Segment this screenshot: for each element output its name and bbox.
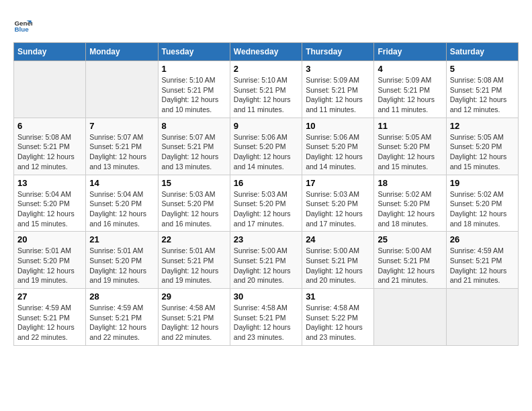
day-info: Sunrise: 4:59 AMSunset: 5:21 PMDaylight:… [89, 303, 154, 342]
day-number: 28 [89, 291, 154, 302]
day-info: Sunrise: 5:02 AMSunset: 5:20 PMDaylight:… [378, 189, 442, 229]
day-info: Sunrise: 5:04 AMSunset: 5:20 PMDaylight:… [89, 189, 154, 229]
day-info: Sunrise: 4:58 AMSunset: 5:21 PMDaylight:… [162, 303, 226, 342]
day-number: 6 [17, 121, 82, 131]
day-info: Sunrise: 5:10 AMSunset: 5:21 PMDaylight:… [234, 75, 298, 115]
calendar-cell [446, 289, 518, 346]
calendar-cell: 1 Sunrise: 5:10 AMSunset: 5:21 PMDayligh… [158, 61, 230, 118]
calendar-cell: 21 Sunrise: 5:01 AMSunset: 5:20 PMDaylig… [86, 232, 158, 289]
calendar-cell: 17 Sunrise: 5:03 AMSunset: 5:20 PMDaylig… [302, 175, 374, 232]
calendar-body: 1 Sunrise: 5:10 AMSunset: 5:21 PMDayligh… [14, 61, 519, 346]
day-info: Sunrise: 5:08 AMSunset: 5:21 PMDaylight:… [17, 132, 82, 172]
calendar-cell: 7 Sunrise: 5:07 AMSunset: 5:21 PMDayligh… [86, 118, 158, 175]
calendar-cell: 15 Sunrise: 5:03 AMSunset: 5:20 PMDaylig… [158, 175, 230, 232]
day-number: 27 [17, 291, 82, 302]
calendar-cell: 11 Sunrise: 5:05 AMSunset: 5:20 PMDaylig… [374, 118, 446, 175]
calendar-cell: 26 Sunrise: 4:59 AMSunset: 5:21 PMDaylig… [446, 232, 518, 289]
day-number: 29 [162, 291, 226, 302]
day-number: 19 [450, 178, 515, 188]
calendar-week-1: 1 Sunrise: 5:10 AMSunset: 5:21 PMDayligh… [14, 61, 519, 118]
calendar-cell: 14 Sunrise: 5:04 AMSunset: 5:20 PMDaylig… [86, 175, 158, 232]
calendar-cell [14, 61, 86, 118]
day-number: 23 [234, 234, 298, 244]
day-info: Sunrise: 5:08 AMSunset: 5:21 PMDaylight:… [450, 75, 515, 115]
day-number: 2 [234, 64, 298, 74]
day-info: Sunrise: 4:58 AMSunset: 5:21 PMDaylight:… [234, 303, 298, 342]
day-number: 12 [450, 121, 515, 131]
calendar-header-row: SundayMondayTuesdayWednesdayThursdayFrid… [14, 43, 519, 61]
day-info: Sunrise: 5:00 AMSunset: 5:21 PMDaylight:… [234, 246, 298, 285]
calendar-table: SundayMondayTuesdayWednesdayThursdayFrid… [13, 42, 519, 346]
day-number: 31 [306, 291, 370, 302]
day-number: 22 [162, 234, 226, 244]
day-number: 14 [89, 178, 154, 188]
day-number: 13 [17, 178, 82, 188]
calendar-cell: 24 Sunrise: 5:00 AMSunset: 5:21 PMDaylig… [302, 232, 374, 289]
day-number: 11 [378, 121, 442, 131]
day-info: Sunrise: 5:00 AMSunset: 5:21 PMDaylight:… [378, 246, 442, 285]
day-number: 25 [378, 234, 442, 244]
day-header-wednesday: Wednesday [230, 43, 302, 61]
logo-icon: General Blue [13, 17, 32, 36]
day-header-monday: Monday [86, 43, 158, 61]
calendar-week-3: 13 Sunrise: 5:04 AMSunset: 5:20 PMDaylig… [14, 175, 519, 232]
day-header-sunday: Sunday [14, 43, 86, 61]
calendar-cell: 22 Sunrise: 5:01 AMSunset: 5:21 PMDaylig… [158, 232, 230, 289]
calendar-cell: 30 Sunrise: 4:58 AMSunset: 5:21 PMDaylig… [230, 289, 302, 346]
day-number: 7 [89, 121, 154, 131]
day-number: 18 [378, 178, 442, 188]
day-info: Sunrise: 5:00 AMSunset: 5:21 PMDaylight:… [306, 246, 370, 285]
calendar-cell: 27 Sunrise: 4:59 AMSunset: 5:21 PMDaylig… [14, 289, 86, 346]
calendar-cell: 9 Sunrise: 5:06 AMSunset: 5:20 PMDayligh… [230, 118, 302, 175]
day-info: Sunrise: 5:05 AMSunset: 5:20 PMDaylight:… [450, 132, 515, 172]
day-number: 16 [234, 178, 298, 188]
day-info: Sunrise: 5:03 AMSunset: 5:20 PMDaylight:… [234, 189, 298, 229]
calendar-week-5: 27 Sunrise: 4:59 AMSunset: 5:21 PMDaylig… [14, 289, 519, 346]
day-number: 17 [306, 178, 370, 188]
calendar-cell: 6 Sunrise: 5:08 AMSunset: 5:21 PMDayligh… [14, 118, 86, 175]
day-number: 9 [234, 121, 298, 131]
logo: General Blue [13, 17, 35, 36]
calendar-cell: 23 Sunrise: 5:00 AMSunset: 5:21 PMDaylig… [230, 232, 302, 289]
calendar-cell: 8 Sunrise: 5:07 AMSunset: 5:21 PMDayligh… [158, 118, 230, 175]
calendar-cell: 31 Sunrise: 4:58 AMSunset: 5:22 PMDaylig… [302, 289, 374, 346]
day-info: Sunrise: 5:01 AMSunset: 5:20 PMDaylight:… [17, 246, 82, 285]
day-info: Sunrise: 5:01 AMSunset: 5:21 PMDaylight:… [162, 246, 226, 285]
day-number: 4 [378, 64, 442, 74]
calendar-week-2: 6 Sunrise: 5:08 AMSunset: 5:21 PMDayligh… [14, 118, 519, 175]
day-number: 10 [306, 121, 370, 131]
day-info: Sunrise: 5:09 AMSunset: 5:21 PMDaylight:… [306, 75, 370, 115]
day-number: 5 [450, 64, 515, 74]
day-info: Sunrise: 4:58 AMSunset: 5:22 PMDaylight:… [306, 303, 370, 342]
calendar-cell: 19 Sunrise: 5:02 AMSunset: 5:20 PMDaylig… [446, 175, 518, 232]
calendar-cell [374, 289, 446, 346]
day-info: Sunrise: 5:07 AMSunset: 5:21 PMDaylight:… [162, 132, 226, 172]
calendar-cell: 10 Sunrise: 5:06 AMSunset: 5:20 PMDaylig… [302, 118, 374, 175]
day-number: 8 [162, 121, 226, 131]
calendar-cell: 12 Sunrise: 5:05 AMSunset: 5:20 PMDaylig… [446, 118, 518, 175]
calendar-cell: 16 Sunrise: 5:03 AMSunset: 5:20 PMDaylig… [230, 175, 302, 232]
day-info: Sunrise: 5:10 AMSunset: 5:21 PMDaylight:… [162, 75, 226, 115]
calendar-cell: 13 Sunrise: 5:04 AMSunset: 5:20 PMDaylig… [14, 175, 86, 232]
calendar-cell: 20 Sunrise: 5:01 AMSunset: 5:20 PMDaylig… [14, 232, 86, 289]
day-info: Sunrise: 4:59 AMSunset: 5:21 PMDaylight:… [17, 303, 82, 342]
day-number: 24 [306, 234, 370, 244]
page-header: General Blue [13, 13, 519, 36]
day-header-friday: Friday [374, 43, 446, 61]
day-info: Sunrise: 5:02 AMSunset: 5:20 PMDaylight:… [450, 189, 515, 229]
day-header-thursday: Thursday [302, 43, 374, 61]
calendar-cell [86, 61, 158, 118]
day-info: Sunrise: 5:07 AMSunset: 5:21 PMDaylight:… [89, 132, 154, 172]
day-info: Sunrise: 5:04 AMSunset: 5:20 PMDaylight:… [17, 189, 82, 229]
day-number: 1 [162, 64, 226, 74]
calendar-cell: 4 Sunrise: 5:09 AMSunset: 5:21 PMDayligh… [374, 61, 446, 118]
day-number: 30 [234, 291, 298, 302]
day-number: 26 [450, 234, 515, 244]
day-info: Sunrise: 5:01 AMSunset: 5:20 PMDaylight:… [89, 246, 154, 285]
calendar-cell: 29 Sunrise: 4:58 AMSunset: 5:21 PMDaylig… [158, 289, 230, 346]
day-info: Sunrise: 4:59 AMSunset: 5:21 PMDaylight:… [450, 246, 515, 285]
calendar-cell: 25 Sunrise: 5:00 AMSunset: 5:21 PMDaylig… [374, 232, 446, 289]
day-info: Sunrise: 5:06 AMSunset: 5:20 PMDaylight:… [306, 132, 370, 172]
day-number: 3 [306, 64, 370, 74]
day-number: 20 [17, 234, 82, 244]
